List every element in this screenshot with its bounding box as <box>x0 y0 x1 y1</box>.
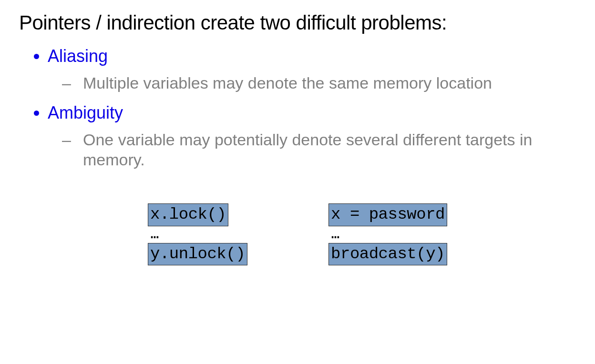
code-line: x.lock() <box>148 203 228 226</box>
code-line: x = password <box>328 203 447 226</box>
sub-item-aliasing-desc: Multiple variables may denote the same m… <box>62 73 576 93</box>
ellipsis-icon: … <box>148 226 247 243</box>
bullet-item-aliasing: Aliasing Multiple variables may denote t… <box>48 45 576 93</box>
sub-list: One variable may potentially denote seve… <box>48 130 576 170</box>
sub-list: Multiple variables may denote the same m… <box>48 73 576 93</box>
bullet-item-ambiguity: Ambiguity One variable may potentially d… <box>48 101 576 170</box>
code-examples: x.lock() … y.unlock() x = password … bro… <box>19 203 576 266</box>
code-block-right: x = password … broadcast(y) <box>328 203 447 266</box>
term-aliasing: Aliasing <box>48 46 108 66</box>
slide-title: Pointers / indirection create two diffic… <box>19 11 576 34</box>
bullet-list: Aliasing Multiple variables may denote t… <box>19 45 576 170</box>
code-line: broadcast(y) <box>328 243 447 266</box>
term-ambiguity: Ambiguity <box>48 103 123 122</box>
ellipsis-icon: … <box>328 226 447 243</box>
sub-item-ambiguity-desc: One variable may potentially denote seve… <box>62 130 576 170</box>
code-block-left: x.lock() … y.unlock() <box>148 203 247 266</box>
code-line: y.unlock() <box>148 243 247 266</box>
